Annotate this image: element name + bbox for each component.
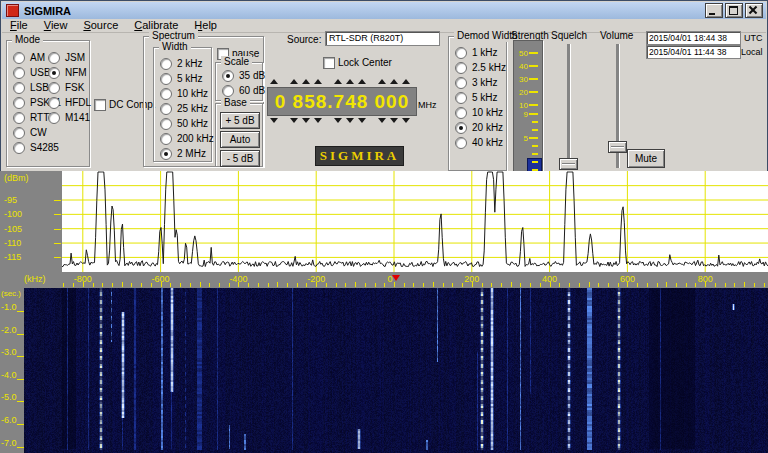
freq-up-arrow-1[interactable]: [290, 79, 298, 84]
radio-button[interactable]: [160, 148, 172, 160]
radio-button[interactable]: [160, 58, 172, 70]
radio-button[interactable]: [160, 118, 172, 130]
squelch-track[interactable]: [567, 44, 570, 168]
radio-button[interactable]: [160, 133, 172, 145]
freq-up-arrow-7[interactable]: [378, 79, 386, 84]
waterfall-display[interactable]: [24, 288, 768, 453]
radio-button[interactable]: [48, 112, 60, 124]
scale-option-35db[interactable]: 35 dB: [222, 68, 265, 83]
lock-center-checkbox[interactable]: [323, 57, 335, 69]
spectrum-width-option-50khz[interactable]: 50 kHz: [160, 116, 214, 131]
scale-group-label: Scale: [221, 56, 252, 68]
freq-down-arrow-8[interactable]: [390, 118, 398, 123]
freq-up-arrow-0[interactable]: [270, 79, 278, 84]
khz-tick: [695, 283, 696, 287]
demod-width-option-20khz[interactable]: 20 kHz: [455, 120, 506, 135]
demod-width-option-25khz[interactable]: 2.5 kHz: [455, 60, 506, 75]
source-field[interactable]: RTL-SDR (R820T): [325, 31, 440, 46]
freq-up-arrow-9[interactable]: [402, 79, 410, 84]
radio-button[interactable]: [13, 97, 25, 109]
spectrum-width-option-25khz[interactable]: 25 kHz: [160, 101, 214, 116]
khz-tick: [569, 283, 570, 287]
freq-up-arrow-3[interactable]: [314, 79, 322, 84]
demod-width-option-10khz[interactable]: 10 kHz: [455, 105, 506, 120]
radio-button[interactable]: [160, 88, 172, 100]
spectrum-width-option-10khz[interactable]: 10 kHz: [160, 86, 214, 101]
radio-button[interactable]: [455, 92, 467, 104]
radio-button[interactable]: [48, 67, 60, 79]
spectrum-plot[interactable]: [62, 171, 768, 272]
squelch-thumb[interactable]: [559, 158, 578, 170]
radio-button[interactable]: [455, 107, 467, 119]
demod-width-option-1khz[interactable]: 1 kHz: [455, 45, 506, 60]
freq-down-arrow-9[interactable]: [402, 118, 410, 123]
menu-source[interactable]: Source: [75, 19, 126, 32]
menu-view[interactable]: View: [36, 19, 76, 32]
freq-up-arrow-4[interactable]: [334, 79, 342, 84]
mode-option-m141[interactable]: M141: [48, 110, 91, 125]
radio-button[interactable]: [13, 127, 25, 139]
radio-button[interactable]: [13, 142, 25, 154]
demod-width-option-5khz[interactable]: 5 kHz: [455, 90, 506, 105]
freq-up-arrow-8[interactable]: [390, 79, 398, 84]
radio-button[interactable]: [455, 47, 467, 59]
khz-tick: [200, 282, 201, 287]
freq-down-arrow-6[interactable]: [358, 118, 366, 123]
radio-button[interactable]: [13, 67, 25, 79]
radio-button[interactable]: [48, 97, 60, 109]
radio-button[interactable]: [13, 112, 25, 124]
freq-down-arrow-0[interactable]: [270, 118, 278, 123]
khz-tick: [715, 283, 716, 287]
mode-option-s4285[interactable]: S4285: [13, 140, 61, 155]
freq-up-arrow-6[interactable]: [358, 79, 366, 84]
mode-option-fsk[interactable]: FSK: [48, 80, 91, 95]
freq-up-arrow-5[interactable]: [346, 79, 354, 84]
freq-down-arrow-7[interactable]: [378, 118, 386, 123]
mode-option-nfm[interactable]: NFM: [48, 65, 91, 80]
base-auto-button[interactable]: Auto: [220, 131, 260, 148]
khz-tick: [452, 283, 453, 287]
utc-clock-field: 2015/04/01 18:44 38: [646, 31, 741, 45]
spectrum-width-option-5khz[interactable]: 5 kHz: [160, 71, 214, 86]
mode-option-jsm[interactable]: JSM: [48, 50, 91, 65]
khz-axis: (kHz) -800-600-400-2000200400600800: [0, 272, 768, 288]
radio-button[interactable]: [160, 73, 172, 85]
demod-width-option-3khz[interactable]: 3 kHz: [455, 75, 506, 90]
freq-down-arrow-3[interactable]: [314, 118, 322, 123]
radio-button[interactable]: [13, 52, 25, 64]
freq-up-arrow-2[interactable]: [302, 79, 310, 84]
close-button[interactable]: [745, 3, 763, 18]
radio-label: 35 dB: [239, 70, 265, 81]
spectrum-width-option-200khz[interactable]: 200 kHz: [160, 131, 214, 146]
mute-button[interactable]: Mute: [627, 149, 665, 168]
radio-button[interactable]: [455, 137, 467, 149]
radio-label: 10 kHz: [472, 107, 503, 118]
base-5db-button[interactable]: + 5 dB: [220, 112, 260, 129]
maximize-button[interactable]: [725, 3, 743, 18]
mode-option-hfdl[interactable]: HFDL: [48, 95, 91, 110]
sigmira-window: SIGMIRA FileViewSourceCalibrateHelp Mode…: [0, 0, 768, 453]
dc-comp-checkbox[interactable]: [94, 99, 106, 111]
radio-button[interactable]: [13, 82, 25, 94]
radio-button[interactable]: [222, 70, 234, 82]
scale-option-60db[interactable]: 60 dB: [222, 83, 265, 98]
radio-button[interactable]: [455, 77, 467, 89]
freq-down-arrow-5[interactable]: [346, 118, 354, 123]
demod-width-option-40khz[interactable]: 40 kHz: [455, 135, 506, 150]
radio-button[interactable]: [160, 103, 172, 115]
freq-down-arrow-1[interactable]: [290, 118, 298, 123]
radio-button[interactable]: [455, 122, 467, 134]
menu-file[interactable]: File: [2, 19, 36, 32]
radio-button[interactable]: [222, 85, 234, 97]
mode-option-cw[interactable]: CW: [13, 125, 61, 140]
radio-button[interactable]: [48, 52, 60, 64]
base-5db-button[interactable]: - 5 dB: [220, 150, 260, 167]
spectrum-width-option-2mhz[interactable]: 2 MHz: [160, 146, 214, 161]
spectrum-width-option-2khz[interactable]: 2 kHz: [160, 56, 214, 71]
radio-button[interactable]: [48, 82, 60, 94]
volume-thumb[interactable]: [608, 141, 627, 153]
radio-button[interactable]: [455, 62, 467, 74]
freq-down-arrow-2[interactable]: [302, 118, 310, 123]
freq-down-arrow-4[interactable]: [334, 118, 342, 123]
minimize-button[interactable]: [705, 3, 723, 18]
